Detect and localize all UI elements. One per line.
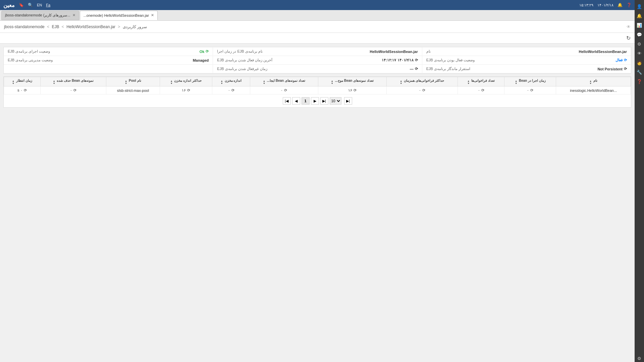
info-label-persistent: استقرار ماندگار برنامه‌ی EJB [426, 67, 470, 71]
info-label-name: نام [426, 49, 431, 54]
topbar-left: 👤 ❓ 🔔 ۱۴۰۱/۲/۱۸ ۱۵:۱۳:۲۹ [579, 3, 641, 7]
cell-max-pool: ⟳ ۱۶ [160, 86, 212, 95]
cell-bean-waiting-icon: ⟳ [354, 88, 357, 93]
cell-removed-beans-icon: ⟳ [73, 88, 76, 93]
info-cell-manage-status: Managed وضعیت مدیریتی برنامه‌ی EJB [4, 56, 213, 65]
topbar-date: ۱۴۰۱/۲/۱۸ [597, 3, 613, 7]
breadcrumb-sep-3: < [62, 24, 65, 29]
cell-wait-time-icon: ⟳ [24, 88, 27, 93]
right-sidebar: 👤 🔔 📊 💬 ⚙ 👁 🧑 🔧 ❓ ⚙ [635, 0, 644, 362]
sidebar-help-icon[interactable]: ❓ [636, 78, 643, 85]
col-header-pool-name[interactable]: نام Pool ▲▼ [106, 77, 160, 86]
topbar-time: ۱۵:۱۳:۲۹ [579, 3, 593, 7]
sidebar-chart-icon[interactable]: 📊 [636, 21, 643, 29]
info-label-manage-status: وضعیت مدیریتی برنامه‌ی EJB [8, 58, 53, 62]
content-area: jboss-standalonemode (سرورهای کاربر... ✕… [0, 10, 635, 362]
info-grid: HelloWorldSessionBean.jar نام HelloWorld… [3, 47, 631, 74]
data-table-wrapper: نام ▲▼ زمان اجرا در Bean ▲▼ تعداد فراخوا… [3, 76, 631, 108]
cell-name: ...inesslogic.HelloWorldBean [556, 86, 631, 95]
col-header-name[interactable]: نام ▲▼ [556, 77, 631, 86]
cell-max-concurrent: ⟳ ۰ [386, 86, 458, 95]
first-page-btn[interactable]: |◀ [283, 97, 291, 105]
refresh-icon[interactable]: ↻ [626, 35, 631, 41]
ok-icon: ⟳ [206, 49, 209, 54]
deactivate-icon: ⟳ [415, 67, 418, 71]
lang-en[interactable]: EN [37, 3, 42, 7]
sidebar-gear-icon[interactable]: 🔧 [636, 68, 643, 76]
col-header-max-pool[interactable]: حداکثر اندازه مخزن ▲▼ [160, 77, 212, 86]
info-value-manage-status: Managed [193, 58, 209, 62]
sidebar-person-icon[interactable]: 🧑 [636, 59, 643, 66]
question-icon[interactable]: ❓ [627, 3, 632, 7]
breadcrumb-sep-1: < [117, 24, 120, 29]
info-cell-runtime-name: HelloWorldSessionBean.jar نام برنامه‌ی E… [213, 47, 422, 56]
lang-fa[interactable]: Fa [46, 3, 50, 7]
search-icon[interactable]: 🔍 [28, 3, 33, 7]
sidebar-eye-icon[interactable]: 👁 [636, 50, 643, 57]
info-value-exec-status: ⟳ Ok [200, 49, 209, 54]
data-table: نام ▲▼ زمان اجرا در Bean ▲▼ تعداد فراخوا… [4, 77, 631, 95]
bell-icon[interactable]: 🔔 [618, 3, 623, 7]
tabs-bar: jboss-standalonemode (سرورهای کاربر... ✕… [0, 10, 635, 21]
info-cell-exec-status: ⟳ Ok وضعیت اجرای برنامه‌ی EJB [4, 47, 213, 56]
eye-icon[interactable]: 👁 [627, 24, 631, 29]
breadcrumb-part-2: jboss-standalonemode [4, 24, 45, 29]
tab-1-close[interactable]: ✕ [72, 13, 75, 17]
info-cell-persistent: ⟳ Not Persistent استقرار ماندگار برنامه‌… [422, 65, 631, 73]
table-row: ...inesslogic.HelloWorldBean ⟳ ۰ ⟳ ۰ ⟳ ۰ [4, 86, 631, 95]
last-active-icon: ⟳ [415, 58, 418, 62]
tab-1-label: jboss-standalonemode (سرورهای کاربر... [5, 13, 70, 17]
sidebar-settings-icon[interactable]: ⚙ [636, 40, 643, 48]
pagination: |◀ ◀ 1 ▶ ▶| 10 25 50 ▶| [4, 95, 631, 107]
info-value-name: HelloWorldSessionBean.jar [579, 50, 627, 54]
col-header-removed-beans[interactable]: نمونه‌های Bean حذف شده ▲▼ [40, 77, 106, 86]
topbar-right: Fa EN 🔍 🔖 معین [3, 2, 50, 8]
col-header-exec-time[interactable]: زمان اجرا در Bean ▲▼ [504, 77, 556, 86]
prev-page-btn[interactable]: ◀ [292, 97, 300, 105]
cell-max-concurrent-icon: ⟳ [422, 88, 425, 93]
cell-invocations-icon: ⟳ [481, 88, 484, 93]
sidebar-bell-icon[interactable]: 🔔 [636, 12, 643, 19]
info-label-active-status: وضعیت فعال بودن برنامه‌ی EJB [426, 58, 475, 62]
cell-pool-name: slsb-strict-max-pool [106, 86, 160, 95]
col-header-bean-waiting[interactable]: تعداد نمونه‌های Bean موج... ▲▼ [318, 77, 386, 86]
page-1-btn[interactable]: 1 [302, 97, 310, 105]
breadcrumb-sep-2: < [47, 24, 50, 29]
page-size-go-btn[interactable]: ▶| [344, 97, 352, 105]
info-cell-last-active: ⟳ ۱۴۰۱/۲/۱۸ ۱۴:۱۲:۱۷ آخرین زمان فعال شدن… [213, 56, 422, 65]
info-value-deactivate-time: ⟳ — [410, 67, 418, 71]
topbar: 👤 ❓ 🔔 ۱۴۰۱/۲/۱۸ ۱۵:۱۳:۲۹ Fa EN 🔍 🔖 معین [0, 0, 644, 10]
sidebar-bottom-icon[interactable]: ⚙ [636, 355, 643, 362]
active-clock-icon: ⟳ [624, 58, 627, 62]
cell-removed-beans: ⟳ ۰ [40, 86, 106, 95]
tab-2-label: ...onemode) HelloWorldSessionBean.jar [84, 13, 149, 17]
last-page-btn[interactable]: ▶| [320, 97, 328, 105]
main-content: HelloWorldSessionBean.jar نام HelloWorld… [0, 44, 635, 111]
col-header-bean-created[interactable]: تعداد نمونه‌های Bean ایجا... ▲▼ [250, 77, 318, 86]
breadcrumb-part-4: HelloWorldSessionBean.jar [66, 24, 115, 29]
bookmark-icon[interactable]: 🔖 [19, 3, 24, 7]
cell-bean-waiting: ⟳ ۱۶ [318, 86, 386, 95]
col-header-max-concurrent[interactable]: حداکثر فراخوانی‌های همزمان ▲▼ [386, 77, 458, 86]
breadcrumb-part-1: سرور کاربردی [123, 24, 147, 29]
cell-pool-size: ⟳ ۰ [212, 86, 250, 95]
breadcrumb-bar: 👁 سرور کاربردی < jboss-standalonemode < … [0, 21, 635, 33]
next-page-btn[interactable]: ▶ [311, 97, 319, 105]
col-header-pool-size[interactable]: اندازه مخزن ▲▼ [212, 77, 250, 86]
tab-2-close[interactable]: ✕ [151, 13, 154, 17]
cell-invocations: ⟳ ۰ [458, 86, 504, 95]
page-size-select[interactable]: 10 25 50 [330, 97, 341, 105]
col-header-wait-time[interactable]: زمان انتظار ▲▼ [4, 77, 41, 86]
toolbar-row: ↻ [0, 33, 635, 44]
tab-2[interactable]: ...onemode) HelloWorldSessionBean.jar ✕ [80, 11, 158, 20]
info-value-persistent: ⟳ Not Persistent [597, 67, 627, 71]
cell-wait-time: ⟳ s ۰ [4, 86, 41, 95]
sidebar-user-icon[interactable]: 👤 [636, 3, 643, 10]
info-cell-active-status: ⟳ فعال وضعیت فعال بودن برنامه‌ی EJB [422, 56, 631, 65]
info-cell-empty [4, 65, 213, 73]
sidebar-chat-icon[interactable]: 💬 [636, 31, 643, 38]
col-header-invocations[interactable]: تعداد فراخوانی‌ها ▲▼ [458, 77, 504, 86]
info-value-runtime-name: HelloWorldSessionBean.jar [370, 50, 418, 54]
cell-bean-created: ⟳ ۰ [250, 86, 318, 95]
tab-1[interactable]: jboss-standalonemode (سرورهای کاربر... ✕ [1, 11, 79, 20]
